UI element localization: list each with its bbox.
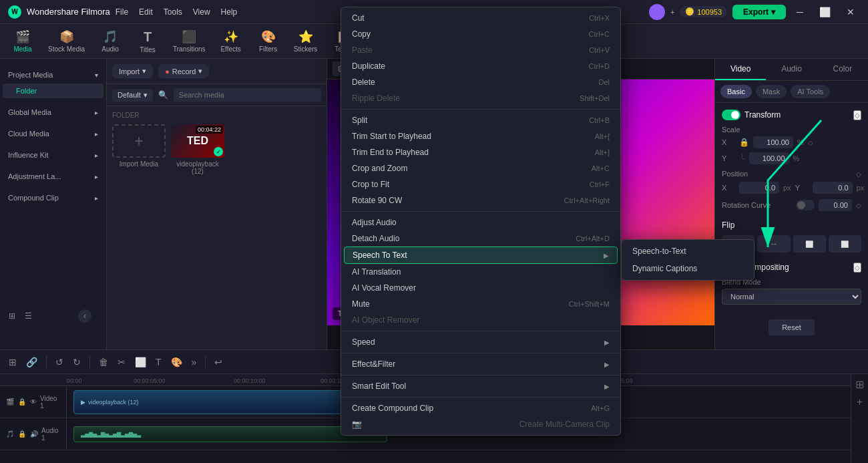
position-reset[interactable]: ◇ bbox=[856, 170, 861, 178]
video-track-eye-icon[interactable]: 👁 bbox=[29, 398, 37, 406]
audio-track-icon[interactable]: 🎵 bbox=[5, 430, 15, 438]
rotation-reset[interactable]: ◇ bbox=[856, 202, 861, 209]
ctx-smart-edit[interactable]: Smart Edit Tool ▶ bbox=[341, 378, 620, 394]
tab-color[interactable]: Color bbox=[817, 59, 868, 80]
project-media-header[interactable]: Project Media ▾ bbox=[0, 67, 106, 83]
menu-file[interactable]: File bbox=[116, 7, 128, 17]
timeline-zoom-in[interactable]: + bbox=[854, 395, 865, 410]
tool-filters[interactable]: 🎨 Filters bbox=[251, 27, 286, 55]
panel-collapse[interactable]: ‹ bbox=[78, 309, 91, 323]
video-track-cam-icon[interactable]: 🎬 bbox=[5, 398, 15, 406]
audio-track-eye-icon[interactable]: 🔊 bbox=[29, 430, 39, 438]
tool-titles[interactable]: T Titles bbox=[130, 27, 165, 56]
export-button[interactable]: Export ▾ bbox=[732, 5, 786, 19]
tl-ripple[interactable]: ↩ bbox=[211, 355, 226, 369]
sub-speech-to-text[interactable]: Speech-to-Text bbox=[622, 243, 754, 260]
minimize-button[interactable]: ─ bbox=[791, 4, 809, 20]
panel-icon-2[interactable]: ☰ bbox=[21, 309, 35, 323]
ctx-split[interactable]: Split Ctrl+B bbox=[341, 112, 620, 128]
ctx-effect-filter[interactable]: Effect&Filter ▶ bbox=[341, 356, 620, 372]
cloud-media-header[interactable]: Cloud Media ▸ bbox=[0, 126, 106, 142]
position-x-input[interactable] bbox=[739, 182, 779, 194]
ctx-speech-to-text[interactable]: Speech To Text ▶ bbox=[344, 247, 618, 264]
tool-transitions[interactable]: ⬛ Transitions bbox=[168, 27, 211, 55]
ctx-ai-translation[interactable]: AI Translation bbox=[341, 264, 620, 280]
ctx-duplicate[interactable]: Duplicate Ctrl+D bbox=[341, 58, 620, 74]
video-track-lock-icon[interactable]: 🔒 bbox=[17, 398, 27, 406]
ctx-detach-audio[interactable]: Detach Audio Ctrl+Alt+D bbox=[341, 230, 620, 247]
menu-tools[interactable]: Tools bbox=[164, 7, 182, 17]
scale-y-row: Y └ % bbox=[722, 152, 861, 164]
flip-paste-btn[interactable]: ⬜ bbox=[829, 235, 861, 253]
tl-undo[interactable]: ↺ bbox=[52, 355, 67, 369]
ctx-speed[interactable]: Speed ▶ bbox=[341, 334, 620, 350]
tl-scene-btn[interactable]: ⊞ bbox=[5, 355, 20, 369]
panel-icon-1[interactable]: ⊞ bbox=[5, 309, 19, 323]
ctx-rotate[interactable]: Rotate 90 CW Ctrl+Alt+Right bbox=[341, 192, 620, 208]
import-button[interactable]: Import ▾ bbox=[112, 64, 153, 78]
ctx-trim-end[interactable]: Trim End to Playhead Alt+] bbox=[341, 144, 620, 160]
ctx-crop-fit[interactable]: Crop to Fit Ctrl+F bbox=[341, 176, 620, 192]
transform-pin[interactable]: ◇ bbox=[853, 110, 861, 120]
tool-audio[interactable]: 🎵 Audio bbox=[93, 27, 128, 55]
tl-color[interactable]: 🎨 bbox=[168, 355, 186, 369]
scale-y-input[interactable] bbox=[749, 152, 789, 164]
compositing-pin[interactable]: ◇ bbox=[853, 263, 861, 273]
tool-stickers[interactable]: ⭐ Stickers bbox=[288, 27, 323, 55]
timeline-fit-btn[interactable]: ⊞ bbox=[854, 377, 865, 392]
tab-video[interactable]: Video bbox=[715, 59, 766, 80]
ctx-cut[interactable]: Cut Ctrl+X bbox=[341, 10, 620, 26]
audio-track-lock-icon[interactable]: 🔒 bbox=[17, 430, 27, 438]
flip-horizontal-btn[interactable]: ↔ bbox=[757, 235, 790, 253]
subtab-ai-tools[interactable]: AI Tools bbox=[791, 85, 830, 98]
menu-view[interactable]: View bbox=[193, 7, 210, 17]
blend-mode-select[interactable]: Normal Multiply Screen Overlay Darken Li… bbox=[722, 289, 861, 305]
search-input[interactable] bbox=[174, 88, 321, 102]
tl-more[interactable]: » bbox=[188, 355, 200, 369]
tl-link-btn[interactable]: 🔗 bbox=[23, 355, 41, 369]
rotation-toggle[interactable] bbox=[796, 200, 815, 210]
ctx-compound-clip[interactable]: Create Compound Clip Alt+G bbox=[341, 400, 620, 416]
adjustment-header[interactable]: Adjustment La... ▸ bbox=[0, 168, 106, 184]
scale-lock-icon[interactable]: 🔒 bbox=[739, 138, 749, 147]
compound-clip-header[interactable]: Compound Clip ▸ bbox=[0, 190, 106, 206]
flip-copy-btn[interactable]: ⬜ bbox=[793, 235, 826, 253]
close-button[interactable]: ✕ bbox=[841, 4, 860, 20]
reset-button[interactable]: Reset bbox=[769, 319, 815, 335]
rotation-input[interactable] bbox=[819, 199, 852, 211]
scale-x-input[interactable] bbox=[753, 136, 793, 148]
video-media-item[interactable]: TED 00:04:22 ✓ videoplayback (12) bbox=[171, 124, 224, 175]
menu-edit[interactable]: Edit bbox=[139, 7, 153, 17]
tl-crop[interactable]: ⬜ bbox=[132, 355, 150, 369]
subtab-mask[interactable]: Mask bbox=[756, 85, 787, 98]
default-button[interactable]: Default ▾ bbox=[112, 89, 153, 102]
tl-text[interactable]: T bbox=[152, 355, 165, 369]
tl-delete[interactable]: 🗑 bbox=[95, 355, 112, 369]
ctx-mute[interactable]: Mute Ctrl+Shift+M bbox=[341, 296, 620, 312]
tab-audio[interactable]: Audio bbox=[766, 59, 817, 80]
sub-dynamic-captions[interactable]: Dynamic Captions bbox=[622, 260, 754, 277]
add-media-button[interactable]: + bbox=[112, 124, 166, 158]
tool-effects[interactable]: ✨ Effects bbox=[214, 27, 248, 55]
menu-help[interactable]: Help bbox=[221, 7, 238, 17]
transform-toggle[interactable] bbox=[722, 110, 740, 120]
folder-item[interactable]: Folder bbox=[3, 84, 103, 98]
ctx-delete[interactable]: Delete Del bbox=[341, 74, 620, 90]
ctx-trim-start[interactable]: Trim Start to Playhead Alt+[ bbox=[341, 128, 620, 144]
tool-media[interactable]: 🎬 Media bbox=[5, 27, 40, 55]
tl-redo[interactable]: ↻ bbox=[69, 355, 84, 369]
import-media-item[interactable]: + Import Media bbox=[112, 124, 166, 175]
ctx-crop-zoom[interactable]: Crop and Zoom Alt+C bbox=[341, 160, 620, 176]
ctx-copy[interactable]: Copy Ctrl+C bbox=[341, 26, 620, 42]
subtab-basic[interactable]: Basic bbox=[720, 85, 752, 98]
maximize-button[interactable]: ⬜ bbox=[814, 4, 836, 20]
record-button[interactable]: ● Record ▾ bbox=[158, 64, 209, 78]
ctx-adjust-audio[interactable]: Adjust Audio bbox=[341, 214, 620, 230]
position-y-input[interactable] bbox=[813, 182, 853, 194]
influence-kit-header[interactable]: Influence Kit ▸ bbox=[0, 147, 106, 163]
tl-cut[interactable]: ✂ bbox=[114, 355, 129, 369]
global-media-header[interactable]: Global Media ▸ bbox=[0, 104, 106, 120]
ctx-ai-vocal[interactable]: AI Vocal Remover bbox=[341, 280, 620, 296]
tool-stock-media[interactable]: 📦 Stock Media bbox=[43, 27, 90, 55]
scale-x-reset[interactable]: ◇ bbox=[808, 139, 813, 146]
